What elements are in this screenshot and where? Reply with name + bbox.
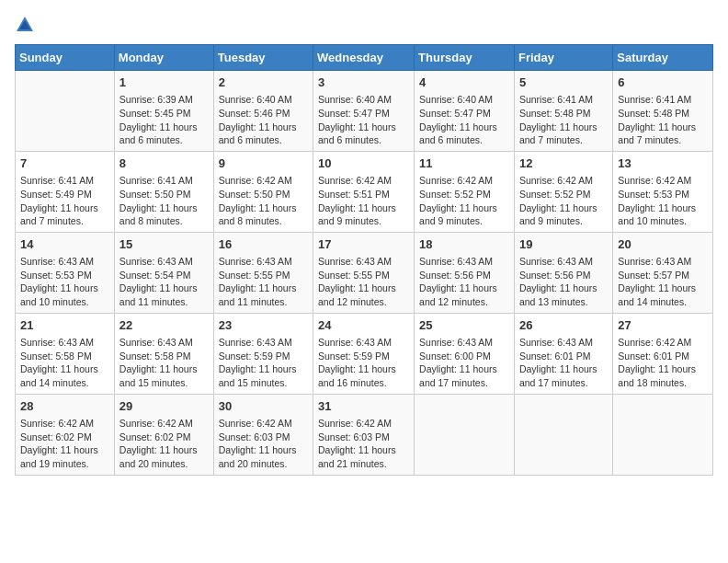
day-number: 4	[419, 75, 509, 91]
day-number: 20	[618, 236, 708, 253]
day-info: Sunrise: 6:43 AM Sunset: 5:55 PM Dayligh…	[318, 255, 409, 309]
weekday-header: Sunday	[16, 45, 115, 71]
weekday-header: Wednesday	[313, 45, 415, 71]
calendar-cell: 11Sunrise: 6:42 AM Sunset: 5:52 PM Dayli…	[415, 151, 515, 232]
day-info: Sunrise: 6:40 AM Sunset: 5:47 PM Dayligh…	[419, 93, 509, 147]
day-info: Sunrise: 6:43 AM Sunset: 5:55 PM Dayligh…	[219, 255, 308, 309]
calendar-cell: 26Sunrise: 6:43 AM Sunset: 6:01 PM Dayli…	[514, 313, 612, 394]
day-number: 31	[318, 398, 409, 415]
day-info: Sunrise: 6:43 AM Sunset: 5:58 PM Dayligh…	[119, 336, 209, 390]
day-number: 17	[318, 236, 409, 253]
day-info: Sunrise: 6:40 AM Sunset: 5:46 PM Dayligh…	[219, 93, 308, 147]
day-number: 28	[20, 398, 109, 415]
day-number: 12	[519, 155, 608, 172]
weekday-header: Tuesday	[213, 45, 313, 71]
day-info: Sunrise: 6:41 AM Sunset: 5:49 PM Dayligh…	[20, 174, 109, 228]
day-number: 11	[419, 155, 509, 172]
day-number: 29	[119, 398, 209, 415]
day-number: 23	[219, 317, 308, 334]
calendar-cell: 1Sunrise: 6:39 AM Sunset: 5:45 PM Daylig…	[114, 71, 213, 152]
day-info: Sunrise: 6:42 AM Sunset: 6:03 PM Dayligh…	[219, 417, 308, 471]
logo-icon	[15, 15, 35, 35]
day-number: 10	[318, 155, 409, 172]
day-info: Sunrise: 6:42 AM Sunset: 5:52 PM Dayligh…	[519, 174, 608, 228]
calendar-cell: 5Sunrise: 6:41 AM Sunset: 5:48 PM Daylig…	[514, 71, 612, 152]
calendar-cell: 19Sunrise: 6:43 AM Sunset: 5:56 PM Dayli…	[514, 232, 612, 313]
day-number: 3	[318, 75, 409, 91]
day-number: 2	[219, 75, 308, 91]
day-number: 21	[20, 317, 109, 334]
day-info: Sunrise: 6:43 AM Sunset: 6:01 PM Dayligh…	[519, 336, 608, 390]
calendar-cell: 29Sunrise: 6:42 AM Sunset: 6:02 PM Dayli…	[114, 394, 213, 475]
calendar-cell: 18Sunrise: 6:43 AM Sunset: 5:56 PM Dayli…	[415, 232, 515, 313]
day-number: 25	[419, 317, 509, 334]
day-info: Sunrise: 6:43 AM Sunset: 5:57 PM Dayligh…	[618, 255, 708, 309]
calendar-week-row: 1Sunrise: 6:39 AM Sunset: 5:45 PM Daylig…	[16, 71, 713, 152]
calendar-cell: 23Sunrise: 6:43 AM Sunset: 5:59 PM Dayli…	[213, 313, 313, 394]
calendar-week-row: 7Sunrise: 6:41 AM Sunset: 5:49 PM Daylig…	[16, 151, 713, 232]
day-info: Sunrise: 6:39 AM Sunset: 5:45 PM Dayligh…	[119, 93, 209, 147]
calendar-cell: 16Sunrise: 6:43 AM Sunset: 5:55 PM Dayli…	[213, 232, 313, 313]
calendar-cell: 13Sunrise: 6:42 AM Sunset: 5:53 PM Dayli…	[613, 151, 713, 232]
calendar-cell: 22Sunrise: 6:43 AM Sunset: 5:58 PM Dayli…	[114, 313, 213, 394]
page-header	[15, 15, 713, 35]
day-number: 9	[219, 155, 308, 172]
day-number: 30	[219, 398, 308, 415]
calendar-cell: 12Sunrise: 6:42 AM Sunset: 5:52 PM Dayli…	[514, 151, 612, 232]
calendar-cell: 28Sunrise: 6:42 AM Sunset: 6:02 PM Dayli…	[16, 394, 115, 475]
day-info: Sunrise: 6:43 AM Sunset: 5:53 PM Dayligh…	[20, 255, 109, 309]
calendar-week-row: 14Sunrise: 6:43 AM Sunset: 5:53 PM Dayli…	[16, 232, 713, 313]
calendar-body: 1Sunrise: 6:39 AM Sunset: 5:45 PM Daylig…	[16, 71, 713, 476]
day-number: 26	[519, 317, 608, 334]
day-info: Sunrise: 6:41 AM Sunset: 5:50 PM Dayligh…	[119, 174, 209, 228]
weekday-header: Friday	[514, 45, 612, 71]
calendar-cell: 27Sunrise: 6:42 AM Sunset: 6:01 PM Dayli…	[613, 313, 713, 394]
day-info: Sunrise: 6:43 AM Sunset: 5:56 PM Dayligh…	[519, 255, 608, 309]
calendar-cell: 17Sunrise: 6:43 AM Sunset: 5:55 PM Dayli…	[313, 232, 415, 313]
day-number: 13	[618, 155, 708, 172]
day-number: 8	[119, 155, 209, 172]
day-info: Sunrise: 6:42 AM Sunset: 5:50 PM Dayligh…	[219, 174, 308, 228]
calendar-header: SundayMondayTuesdayWednesdayThursdayFrid…	[16, 45, 713, 71]
calendar-week-row: 21Sunrise: 6:43 AM Sunset: 5:58 PM Dayli…	[16, 313, 713, 394]
calendar-cell: 21Sunrise: 6:43 AM Sunset: 5:58 PM Dayli…	[16, 313, 115, 394]
calendar-cell: 10Sunrise: 6:42 AM Sunset: 5:51 PM Dayli…	[313, 151, 415, 232]
day-info: Sunrise: 6:43 AM Sunset: 5:59 PM Dayligh…	[219, 336, 308, 390]
day-number: 15	[119, 236, 209, 253]
day-info: Sunrise: 6:43 AM Sunset: 6:00 PM Dayligh…	[419, 336, 509, 390]
day-info: Sunrise: 6:43 AM Sunset: 5:56 PM Dayligh…	[419, 255, 509, 309]
day-number: 6	[618, 75, 708, 91]
weekday-header: Monday	[114, 45, 213, 71]
weekday-header: Saturday	[613, 45, 713, 71]
day-number: 22	[119, 317, 209, 334]
calendar-cell: 30Sunrise: 6:42 AM Sunset: 6:03 PM Dayli…	[213, 394, 313, 475]
day-number: 14	[20, 236, 109, 253]
calendar-cell: 4Sunrise: 6:40 AM Sunset: 5:47 PM Daylig…	[415, 71, 515, 152]
calendar-cell	[514, 394, 612, 475]
day-info: Sunrise: 6:42 AM Sunset: 6:03 PM Dayligh…	[318, 417, 409, 471]
day-info: Sunrise: 6:42 AM Sunset: 6:01 PM Dayligh…	[618, 336, 708, 390]
day-info: Sunrise: 6:43 AM Sunset: 5:59 PM Dayligh…	[318, 336, 409, 390]
calendar-cell: 15Sunrise: 6:43 AM Sunset: 5:54 PM Dayli…	[114, 232, 213, 313]
day-number: 27	[618, 317, 708, 334]
weekday-row: SundayMondayTuesdayWednesdayThursdayFrid…	[16, 45, 713, 71]
day-info: Sunrise: 6:41 AM Sunset: 5:48 PM Dayligh…	[618, 93, 708, 147]
day-number: 5	[519, 75, 608, 91]
calendar-cell: 6Sunrise: 6:41 AM Sunset: 5:48 PM Daylig…	[613, 71, 713, 152]
calendar-cell: 31Sunrise: 6:42 AM Sunset: 6:03 PM Dayli…	[313, 394, 415, 475]
calendar-cell: 2Sunrise: 6:40 AM Sunset: 5:46 PM Daylig…	[213, 71, 313, 152]
calendar-cell: 8Sunrise: 6:41 AM Sunset: 5:50 PM Daylig…	[114, 151, 213, 232]
calendar-cell: 9Sunrise: 6:42 AM Sunset: 5:50 PM Daylig…	[213, 151, 313, 232]
day-number: 1	[119, 75, 209, 91]
calendar-cell: 3Sunrise: 6:40 AM Sunset: 5:47 PM Daylig…	[313, 71, 415, 152]
day-info: Sunrise: 6:42 AM Sunset: 5:51 PM Dayligh…	[318, 174, 409, 228]
calendar-cell	[415, 394, 515, 475]
day-number: 24	[318, 317, 409, 334]
weekday-header: Thursday	[415, 45, 515, 71]
day-info: Sunrise: 6:43 AM Sunset: 5:54 PM Dayligh…	[119, 255, 209, 309]
calendar-cell: 7Sunrise: 6:41 AM Sunset: 5:49 PM Daylig…	[16, 151, 115, 232]
calendar-cell: 24Sunrise: 6:43 AM Sunset: 5:59 PM Dayli…	[313, 313, 415, 394]
calendar-table: SundayMondayTuesdayWednesdayThursdayFrid…	[15, 44, 713, 476]
day-number: 16	[219, 236, 308, 253]
logo	[15, 15, 37, 35]
